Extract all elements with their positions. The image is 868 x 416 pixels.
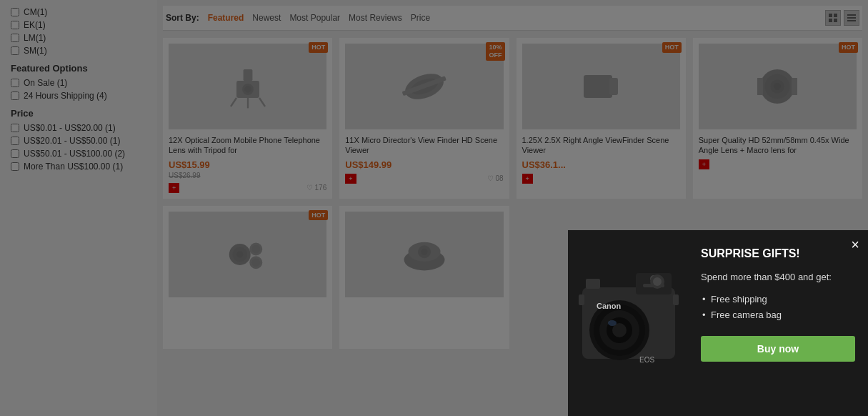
svg-text:EOS: EOS [639, 356, 654, 364]
popup-bullet-2: Free camera bag [701, 307, 855, 323]
popup-title: SURPRISE GIFTS! [701, 247, 855, 260]
svg-text:Canon: Canon [597, 302, 622, 310]
popup-camera-image: Canon EOS [568, 230, 689, 416]
svg-rect-48 [586, 279, 600, 289]
popup-overlay: Canon EOS × SURPRISE GIFTS! Spend more t… [0, 0, 868, 416]
surprise-gifts-popup: Canon EOS × SURPRISE GIFTS! Spend more t… [568, 230, 868, 416]
popup-content: × SURPRISE GIFTS! Spend more than $400 a… [689, 230, 868, 416]
popup-bullet-1: Free shipping [701, 292, 855, 307]
svg-point-53 [653, 277, 662, 286]
popup-close-button[interactable]: × [851, 237, 859, 252]
popup-body-text: Spend more than $400 and get: [701, 270, 855, 284]
svg-rect-54 [579, 294, 584, 305]
svg-point-46 [608, 320, 617, 326]
svg-rect-55 [673, 294, 679, 305]
popup-bullets-list: Free shipping Free camera bag [701, 292, 855, 323]
popup-buy-button[interactable]: Buy now [701, 336, 855, 362]
